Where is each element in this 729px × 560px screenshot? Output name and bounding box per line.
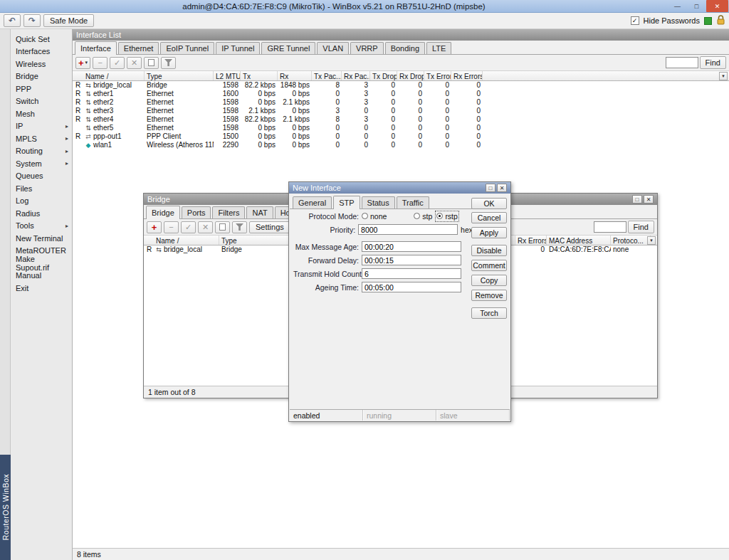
dialog-button[interactable]: Copy <box>471 275 507 286</box>
bridge-close-button[interactable]: ✕ <box>644 195 654 204</box>
column-header[interactable]: Tx Errors <box>424 71 451 80</box>
protocol-mode-radio[interactable]: none <box>362 212 387 221</box>
dialog-button[interactable]: Remove <box>471 290 507 301</box>
column-header[interactable]: Type <box>145 71 214 80</box>
remove-button[interactable]: − <box>164 221 179 233</box>
sidebar-item[interactable]: Interfaces <box>11 46 72 58</box>
undo-button[interactable]: ↶ <box>4 14 21 27</box>
sidebar-item[interactable]: Files <box>11 182 72 195</box>
filter-button[interactable] <box>161 57 176 69</box>
sidebar-item[interactable]: MPLS ▸ <box>11 132 72 145</box>
find-input[interactable] <box>594 221 626 233</box>
tab[interactable]: STP <box>333 196 360 209</box>
tab[interactable]: GRE Tunnel <box>261 42 315 54</box>
sidebar-item[interactable]: Radius <box>11 207 72 220</box>
find-input[interactable] <box>666 57 698 68</box>
column-header[interactable]: Rx Errors <box>451 71 483 80</box>
interface-row[interactable]: R ppp-out1 PPP Client 1500 0 bps 0 bps 0… <box>73 132 729 141</box>
tab[interactable]: Interface <box>75 41 117 55</box>
hide-passwords-checkbox[interactable]: ✓ <box>631 16 639 25</box>
enable-button[interactable]: ✓ <box>181 221 196 233</box>
tab[interactable]: Bonding <box>385 42 425 54</box>
dialog-button[interactable]: Disable <box>471 245 507 256</box>
interface-row[interactable]: wlan1 Wireless (Atheros 11N) 2290 0 bps … <box>73 141 729 149</box>
comment-button[interactable] <box>144 57 159 69</box>
sidebar-item[interactable]: Wireless <box>11 58 72 70</box>
interface-list-titlebar[interactable]: Interface List <box>73 29 729 41</box>
disable-button[interactable]: ✕ <box>198 221 213 233</box>
disable-button[interactable]: ✕ <box>127 57 142 69</box>
column-header[interactable]: Tx Pac... <box>312 71 342 80</box>
enable-button[interactable]: ✓ <box>110 57 125 69</box>
bridge-restore-button[interactable]: □ <box>632 195 642 204</box>
field-input[interactable] <box>362 282 461 292</box>
add-button[interactable]: + <box>147 221 162 233</box>
protocol-mode-radio[interactable]: stp <box>414 212 432 221</box>
interface-row[interactable]: R ether4 Ethernet 1598 82.2 kbps 2.1 kbp… <box>73 115 729 124</box>
dialog-restore-button[interactable]: □ <box>486 184 495 192</box>
tab[interactable]: IP Tunnel <box>216 42 260 54</box>
comment-button[interactable] <box>215 221 230 233</box>
sidebar-item[interactable]: Make Supout.rif <box>11 257 72 270</box>
sidebar-item[interactable]: Routing ▸ <box>11 145 72 158</box>
column-header[interactable]: Protoco... <box>611 236 651 245</box>
field-input[interactable] <box>362 255 461 265</box>
add-button[interactable]: + ▾ <box>75 57 90 69</box>
sidebar-item[interactable]: Bridge <box>11 70 72 83</box>
find-button[interactable]: Find <box>700 56 726 69</box>
tab[interactable]: Ports <box>182 206 211 218</box>
column-header[interactable]: Tx <box>241 71 278 80</box>
interface-row[interactable]: R ether1 Ethernet 1600 0 bps 0 bps 0 3 0… <box>73 90 729 98</box>
find-button[interactable]: Find <box>628 221 654 233</box>
redo-button[interactable]: ↷ <box>23 14 41 27</box>
safe-mode-button[interactable]: Safe Mode <box>43 14 94 27</box>
column-header[interactable]: Rx <box>278 71 312 80</box>
settings-button[interactable]: Settings <box>249 221 290 233</box>
tab[interactable]: VRRP <box>350 42 384 54</box>
column-header[interactable]: Rx Pac... <box>342 71 370 80</box>
protocol-mode-radio[interactable]: rstp <box>436 212 458 221</box>
dialog-button[interactable]: Comment <box>471 260 507 271</box>
filter-button[interactable] <box>232 221 247 233</box>
sidebar-item[interactable]: Queues <box>11 170 72 183</box>
sidebar-item[interactable]: System ▸ <box>11 157 72 170</box>
tab[interactable]: General <box>293 196 332 208</box>
interface-row[interactable]: R bridge_local Bridge 1598 82.2 kbps 184… <box>73 81 729 90</box>
column-header[interactable]: Tx Drops <box>370 71 397 80</box>
tab[interactable]: Bridge <box>146 206 180 219</box>
interface-row[interactable]: ether5 Ethernet 1598 0 bps 0 bps 0 0 0 0… <box>73 124 729 132</box>
sidebar-item[interactable]: Mesh <box>11 107 72 120</box>
dialog-button[interactable]: OK <box>471 198 507 209</box>
sidebar-item[interactable]: Switch <box>11 95 72 108</box>
dialog-button[interactable]: Apply <box>471 227 507 238</box>
column-header[interactable]: MAC Address <box>547 236 611 245</box>
dialog-button[interactable]: Cancel <box>471 212 507 223</box>
column-header[interactable]: L2 MTU <box>214 71 241 80</box>
dialog-button[interactable]: Torch <box>471 307 507 319</box>
sidebar-item[interactable]: IP ▸ <box>11 120 72 133</box>
interface-row[interactable]: R ether2 Ethernet 1598 0 bps 2.1 kbps 0 … <box>73 98 729 107</box>
column-header[interactable]: Rx Drops <box>397 71 424 80</box>
sidebar-item[interactable]: Log <box>11 195 72 208</box>
column-selector-button[interactable]: ▼ <box>647 236 656 245</box>
remove-button[interactable]: − <box>93 57 107 69</box>
sidebar-item[interactable]: Exit <box>11 282 72 295</box>
tab[interactable]: VLAN <box>317 42 349 54</box>
sidebar-item[interactable]: Tools ▸ <box>11 220 72 233</box>
interface-row[interactable]: R ether3 Ethernet 1598 2.1 kbps 0 bps 3 … <box>73 107 729 115</box>
tab[interactable]: EoIP Tunnel <box>160 42 214 54</box>
field-input[interactable] <box>358 224 458 235</box>
tab[interactable]: LTE <box>426 42 451 54</box>
tab[interactable]: Ethernet <box>118 42 159 54</box>
column-header[interactable]: Name / <box>154 236 219 245</box>
column-header[interactable]: Name / <box>83 71 145 80</box>
sidebar-item[interactable]: New Terminal <box>11 232 72 245</box>
field-input[interactable] <box>362 241 461 252</box>
tab[interactable]: NAT <box>246 206 273 218</box>
minimize-button[interactable]: — <box>668 0 687 12</box>
dialog-titlebar[interactable]: New Interface □ ✕ <box>289 182 510 194</box>
maximize-button[interactable]: □ <box>687 0 706 12</box>
column-selector-button[interactable]: ▼ <box>719 72 728 80</box>
sidebar-item[interactable]: Quick Set <box>11 33 72 46</box>
dialog-close-button[interactable]: ✕ <box>497 184 507 192</box>
